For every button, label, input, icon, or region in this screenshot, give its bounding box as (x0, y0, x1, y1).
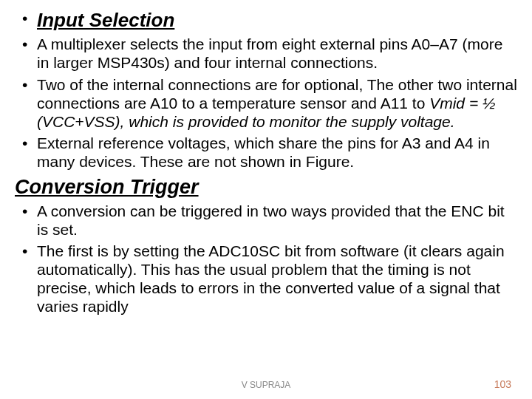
footer-author: V SUPRAJA (0, 380, 532, 390)
list-item: Two of the internal connections are for … (21, 75, 517, 132)
list-item: A multiplexer selects the input from eig… (21, 35, 517, 72)
list-item: The first is by setting the ADC10SC bit … (21, 242, 517, 316)
bullet-list-1: Input Selection A multiplexer selects th… (21, 9, 517, 171)
page-number: 103 (494, 378, 511, 390)
list-text: A multiplexer selects the input from eig… (37, 35, 502, 71)
bullet-list-2: A conversion can be triggered in two way… (21, 202, 517, 316)
heading-item: Input Selection (21, 9, 517, 32)
list-text: The first is by setting the ADC10SC bit … (37, 242, 505, 316)
section-heading-input: Input Selection (37, 9, 174, 31)
slide: Input Selection A multiplexer selects th… (0, 0, 532, 399)
list-text: External reference voltages, which share… (37, 134, 490, 170)
list-item: External reference voltages, which share… (21, 134, 517, 171)
list-text: A conversion can be triggered in two way… (37, 202, 505, 238)
list-item: A conversion can be triggered in two way… (21, 202, 517, 239)
section-heading-conversion: Conversion Trigger (15, 176, 517, 199)
